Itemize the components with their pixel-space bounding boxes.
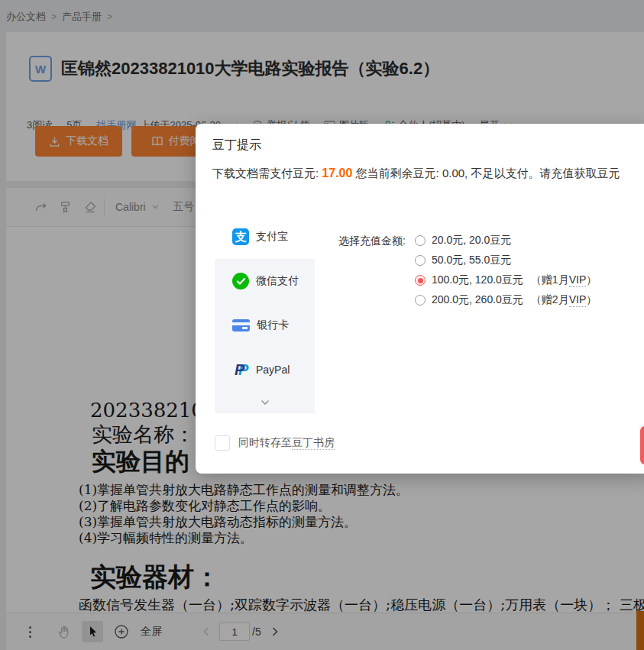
recharge-amount-options: 20.0元, 20.0豆元 50.0元, 55.0豆元 100.0元, 120.… xyxy=(415,231,597,310)
payment-method-wechat[interactable]: 微信支付 xyxy=(215,259,315,303)
radio-icon xyxy=(415,235,426,246)
bookroom-link[interactable]: 豆丁书房 xyxy=(292,436,335,450)
price-value: 17.00 xyxy=(322,167,352,179)
amount-option-200[interactable]: 200.0元, 260.0豆元 （赠2月VIP） xyxy=(415,290,597,310)
notice-prefix: 下载文档需支付豆元: xyxy=(212,167,322,179)
payment-method-paypal[interactable]: P P PayPal xyxy=(215,348,315,392)
douding-prompt-modal: 豆丁提示 下载文档需支付豆元: 17.00 您当前剩余豆元: 0.00, 不足以… xyxy=(196,124,644,474)
modal-title: 豆丁提示 xyxy=(212,137,261,154)
more-payment-methods-chevron[interactable] xyxy=(215,392,315,413)
payment-method-bankcard[interactable]: 银行卡 xyxy=(215,303,315,348)
payment-notice: 下载文档需支付豆元: 17.00 您当前剩余豆元: 0.00, 不足以支付。请充… xyxy=(212,167,620,181)
payment-method-list: 支 支付宝 微信支付 银行卡 P P PayPal xyxy=(215,215,315,413)
transfer-label: 同时转存至豆丁书房 xyxy=(238,436,335,450)
radio-icon xyxy=(415,255,426,266)
checkbox-unchecked[interactable] xyxy=(215,435,230,451)
payment-method-alipay[interactable]: 支 支付宝 xyxy=(215,215,315,259)
alipay-icon: 支 xyxy=(232,228,249,245)
amount-option-50[interactable]: 50.0元, 55.0豆元 xyxy=(415,251,597,270)
recharge-amount-label: 选择充值金额: xyxy=(338,234,406,248)
amount-option-100[interactable]: 100.0元, 120.0豆元 （赠1月VIP） xyxy=(415,270,597,290)
transfer-to-bookroom-option[interactable]: 同时转存至豆丁书房 xyxy=(215,435,335,451)
paypal-icon: P P xyxy=(232,361,249,378)
bank-card-icon xyxy=(232,319,250,331)
radio-icon xyxy=(415,295,426,306)
amount-option-20[interactable]: 20.0元, 20.0豆元 xyxy=(415,231,597,251)
radio-icon-selected xyxy=(415,275,426,286)
chevron-down-icon xyxy=(261,399,270,406)
recharge-button-clipped[interactable] xyxy=(640,426,644,464)
wechat-pay-icon xyxy=(232,273,249,289)
notice-suffix: 您当前剩余豆元: 0.00, 不足以支付。请充值获取豆元 xyxy=(352,167,620,179)
screen: 办公文档 > 产品手册 > W 匡锦然20233821010大学电路实验报告（实… xyxy=(0,0,644,650)
